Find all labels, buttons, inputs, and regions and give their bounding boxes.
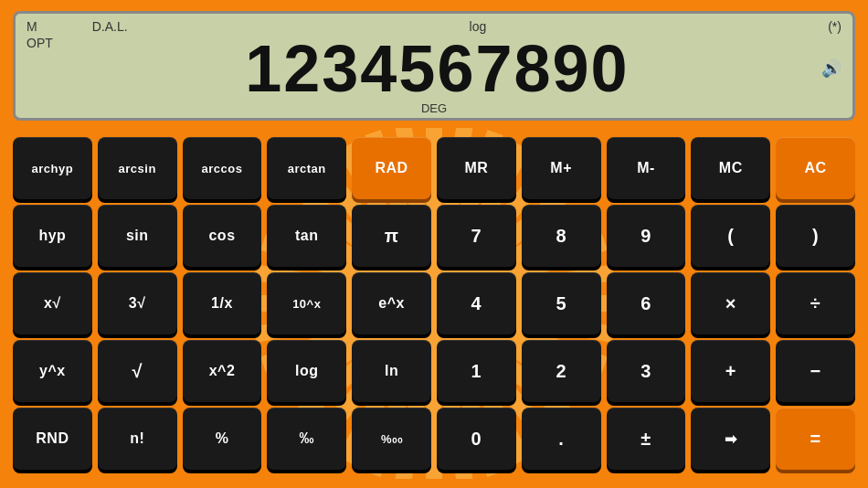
btn-2[interactable]: 2 bbox=[522, 340, 601, 402]
btn-xsq[interactable]: x^2 bbox=[183, 340, 262, 402]
flag-opt: OPT bbox=[26, 36, 53, 50]
btn-0[interactable]: 0 bbox=[437, 408, 516, 470]
btn-pi[interactable]: π bbox=[352, 205, 431, 267]
btn-minus[interactable]: − bbox=[776, 340, 855, 402]
btn-lparen[interactable]: ( bbox=[691, 205, 770, 267]
btn-rnd[interactable]: RND bbox=[13, 408, 92, 470]
btn-8[interactable]: 8 bbox=[522, 205, 601, 267]
btn-plus[interactable]: + bbox=[691, 340, 770, 402]
btn-1[interactable]: 1 bbox=[437, 340, 516, 402]
btn-rparen[interactable]: ) bbox=[776, 205, 855, 267]
btn-tan[interactable]: tan bbox=[267, 205, 346, 267]
btn-percent[interactable]: % bbox=[183, 408, 262, 470]
btn-cos[interactable]: cos bbox=[183, 205, 262, 267]
btn-arcsin[interactable]: arcsin bbox=[98, 137, 177, 199]
btn-xsqrt[interactable]: x√ bbox=[13, 272, 92, 334]
btn-div[interactable]: ÷ bbox=[776, 272, 855, 334]
btn-mplus[interactable]: M+ bbox=[522, 137, 601, 199]
btn-6[interactable]: 6 bbox=[607, 272, 686, 334]
button-grid: archyparcsinarccosarctanRADMRM+M-MCAChyp… bbox=[13, 137, 855, 470]
btn-arctan[interactable]: arctan bbox=[267, 137, 346, 199]
btn-arrow[interactable]: ➡ bbox=[691, 408, 770, 470]
btn-mminus[interactable]: M- bbox=[607, 137, 686, 199]
btn-7[interactable]: 7 bbox=[437, 205, 516, 267]
btn-dot[interactable]: . bbox=[522, 408, 601, 470]
btn-permillex[interactable]: %₀₀ bbox=[352, 408, 431, 470]
btn-ac[interactable]: AC bbox=[776, 137, 855, 199]
btn-plusminus[interactable]: ± bbox=[607, 408, 686, 470]
btn-log[interactable]: log bbox=[267, 340, 346, 402]
btn-mult[interactable]: × bbox=[691, 272, 770, 334]
btn-epx[interactable]: e^x bbox=[352, 272, 431, 334]
btn-nfact[interactable]: n! bbox=[98, 408, 177, 470]
btn-hyp[interactable]: hyp bbox=[13, 205, 92, 267]
btn-mc[interactable]: MC bbox=[691, 137, 770, 199]
btn-3[interactable]: 3 bbox=[607, 340, 686, 402]
btn-equals[interactable]: = bbox=[776, 408, 855, 470]
btn-10px[interactable]: 10^x bbox=[267, 272, 346, 334]
flag-dal: D.A.L. bbox=[92, 19, 128, 34]
btn-9[interactable]: 9 bbox=[607, 205, 686, 267]
btn-5[interactable]: 5 bbox=[522, 272, 601, 334]
btn-ln[interactable]: ln bbox=[352, 340, 431, 402]
btn-3sqrt[interactable]: 3√ bbox=[98, 272, 177, 334]
speaker-icon[interactable]: 🔊 bbox=[821, 58, 842, 79]
btn-permille[interactable]: ‰ bbox=[267, 408, 346, 470]
btn-ypx[interactable]: y^x bbox=[13, 340, 92, 402]
btn-sqrt[interactable]: √ bbox=[98, 340, 177, 402]
btn-sin[interactable]: sin bbox=[98, 205, 177, 267]
btn-mr[interactable]: MR bbox=[437, 137, 516, 199]
main-display: 1234567890 bbox=[245, 36, 629, 101]
btn-1divx[interactable]: 1/x bbox=[183, 272, 262, 334]
flag-m: M bbox=[26, 19, 37, 34]
btn-archyp[interactable]: archyp bbox=[13, 137, 92, 199]
flag-star: (*) bbox=[828, 19, 842, 34]
btn-arccos[interactable]: arccos bbox=[183, 137, 262, 199]
btn-4[interactable]: 4 bbox=[437, 272, 516, 334]
btn-rad[interactable]: RAD bbox=[352, 137, 431, 199]
calculator-display: M D.A.L. log (*) OPT 1234567890 🔊 DEG bbox=[13, 11, 855, 121]
